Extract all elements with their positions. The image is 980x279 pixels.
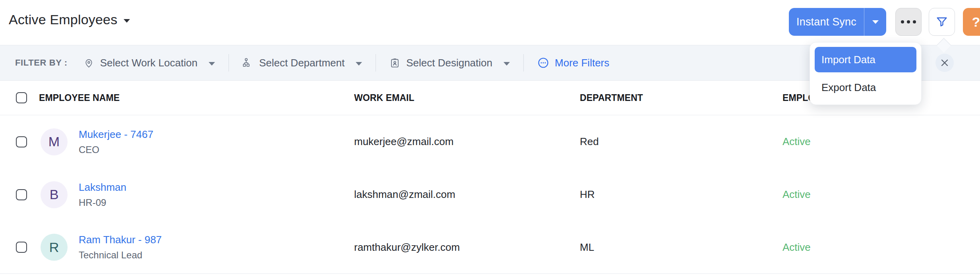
more-filters-button[interactable]: More Filters bbox=[537, 57, 609, 69]
department-sitemap-icon bbox=[242, 58, 253, 68]
menu-item-import-data[interactable]: Import Data bbox=[815, 47, 916, 72]
table-row[interactable]: R Ram Thakur - 987 Technical Lead ramtha… bbox=[0, 221, 980, 274]
work-location-filter-value: Select Work Location bbox=[100, 57, 198, 69]
work-email-cell: lakshman@zmail.com bbox=[354, 188, 455, 200]
avatar: M bbox=[41, 128, 68, 155]
designation-filter[interactable]: Select Designation bbox=[389, 57, 510, 69]
chevron-down-icon bbox=[872, 20, 879, 24]
designation-filter-value: Select Designation bbox=[406, 57, 492, 69]
avatar-initial: M bbox=[48, 134, 60, 149]
page-title: Active Employees bbox=[9, 12, 117, 27]
employee-designation: Technical Lead bbox=[79, 250, 162, 261]
department-filter-value: Select Department bbox=[259, 57, 345, 69]
column-header-department: DEPARTMENT bbox=[580, 93, 643, 103]
table-body: M Mukerjee - 7467 CEO mukerjee@zmail.com… bbox=[0, 115, 980, 274]
close-filter-button[interactable] bbox=[935, 54, 954, 72]
work-email-cell: mukerjee@zmail.com bbox=[354, 136, 453, 147]
employee-name-link[interactable]: Mukerjee - 7467 bbox=[79, 128, 153, 141]
divider bbox=[229, 54, 229, 72]
employee-name-link[interactable]: Lakshman bbox=[79, 181, 126, 194]
instant-sync-dropdown-button[interactable] bbox=[864, 8, 886, 36]
divider bbox=[523, 54, 524, 72]
status-badge: Active bbox=[782, 188, 811, 200]
employee-list-screen: Active Employees Instant Sync ? FILTER B… bbox=[0, 0, 980, 279]
filter-by-label: FILTER BY : bbox=[15, 58, 68, 68]
row-checkbox[interactable] bbox=[16, 242, 27, 253]
chevron-down-icon bbox=[356, 62, 362, 66]
chevron-down-icon bbox=[504, 62, 510, 66]
chevron-down-icon bbox=[124, 19, 130, 23]
row-checkbox[interactable] bbox=[16, 189, 27, 200]
row-checkbox[interactable] bbox=[16, 136, 27, 147]
column-header-employee-name: EMPLOYEE NAME bbox=[39, 93, 120, 103]
work-location-filter[interactable]: Select Work Location bbox=[83, 57, 215, 69]
help-button[interactable]: ? bbox=[963, 8, 980, 36]
filter-toggle-button[interactable] bbox=[929, 8, 955, 36]
question-mark-icon: ? bbox=[972, 14, 980, 30]
department-cell: HR bbox=[580, 188, 595, 200]
status-badge: Active bbox=[782, 241, 811, 253]
ellipsis-circle-icon bbox=[537, 57, 549, 69]
department-cell: Red bbox=[580, 136, 599, 147]
table-row[interactable]: B Lakshman HR-09 lakshman@zmail.com HR A… bbox=[0, 168, 980, 221]
divider bbox=[376, 54, 376, 72]
instant-sync-button[interactable]: Instant Sync bbox=[789, 8, 864, 36]
employee-name-link[interactable]: Ram Thakur - 987 bbox=[79, 234, 162, 246]
more-actions-button[interactable] bbox=[895, 8, 922, 36]
status-badge: Active bbox=[782, 136, 811, 147]
column-header-work-email: WORK EMAIL bbox=[354, 93, 414, 103]
close-icon bbox=[940, 58, 949, 67]
more-actions-menu: Import Data Export Data bbox=[810, 42, 922, 105]
avatar: B bbox=[41, 181, 68, 208]
chevron-down-icon bbox=[209, 62, 215, 66]
avatar: R bbox=[41, 234, 68, 261]
department-cell: ML bbox=[580, 241, 594, 253]
more-filters-label: More Filters bbox=[555, 57, 609, 69]
filter-bar-arrow bbox=[937, 38, 951, 53]
select-all-checkbox[interactable] bbox=[16, 92, 27, 103]
work-email-cell: ramthakur@zylker.com bbox=[354, 241, 460, 253]
view-selector[interactable]: Active Employees bbox=[9, 12, 130, 27]
employee-designation: CEO bbox=[79, 144, 153, 155]
avatar-initial: B bbox=[50, 187, 59, 202]
ellipsis-icon bbox=[901, 20, 916, 23]
designation-badge-icon bbox=[389, 58, 400, 68]
employee-designation: HR-09 bbox=[79, 197, 126, 208]
table-row[interactable]: M Mukerjee - 7467 CEO mukerjee@zmail.com… bbox=[0, 115, 980, 168]
instant-sync-split-button: Instant Sync bbox=[789, 8, 886, 36]
funnel-icon bbox=[935, 15, 948, 28]
location-pin-icon bbox=[83, 58, 94, 68]
avatar-initial: R bbox=[49, 240, 59, 255]
menu-item-export-data[interactable]: Export Data bbox=[815, 75, 916, 100]
department-filter[interactable]: Select Department bbox=[242, 57, 362, 69]
